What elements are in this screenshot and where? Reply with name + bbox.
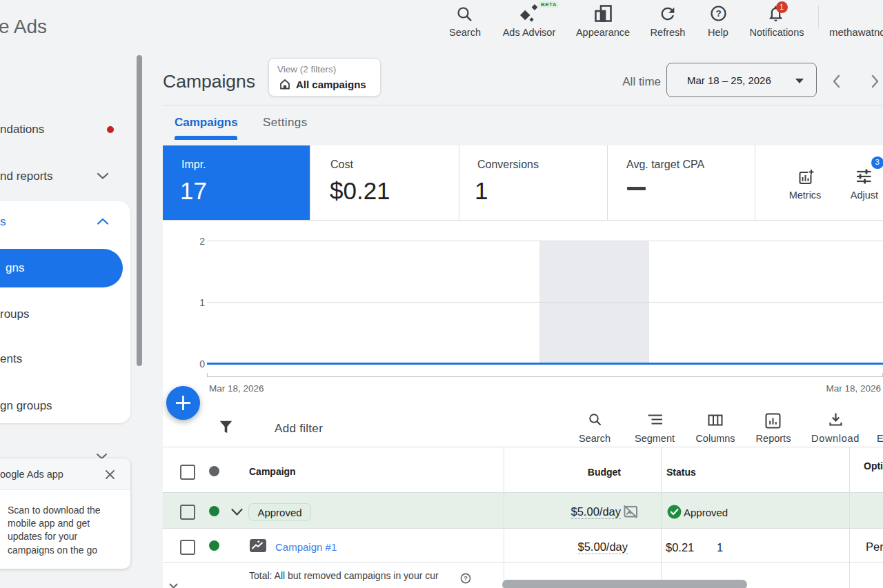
svg-text:?: ? [715, 8, 721, 19]
svg-text:?: ? [464, 574, 468, 582]
